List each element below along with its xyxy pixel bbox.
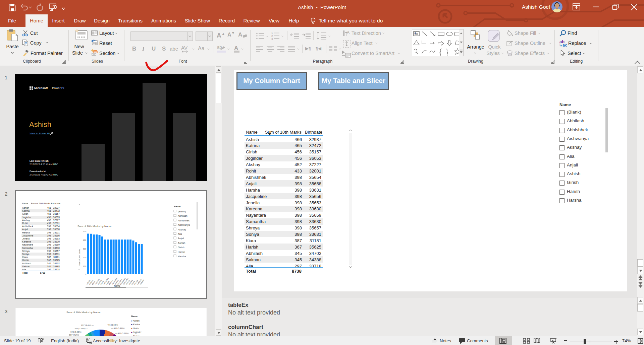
svg-text:0: 0: [85, 273, 87, 275]
svg-text:3: 3: [271, 38, 273, 40]
svg-text:A: A: [347, 30, 350, 35]
svg-text:500: 500: [83, 230, 87, 232]
svg-text:A: A: [414, 32, 416, 35]
svg-text:300: 300: [83, 248, 87, 250]
svg-text:400: 400: [83, 239, 87, 241]
svg-text:2: 2: [271, 34, 273, 38]
svg-text:100: 100: [83, 265, 87, 267]
svg-text:200: 200: [83, 257, 87, 259]
svg-text:1: 1: [271, 31, 273, 34]
